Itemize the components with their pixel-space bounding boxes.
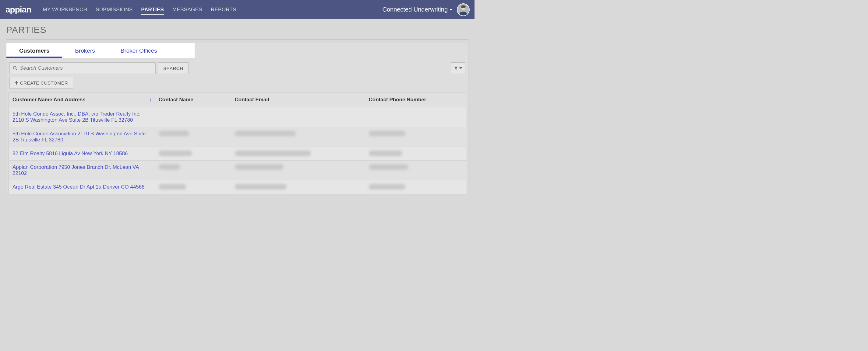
caret-down-icon — [459, 67, 462, 69]
redacted: x — [369, 164, 408, 170]
cell-contact: x — [155, 127, 231, 147]
tabs: Customers Brokers Broker Offices — [6, 43, 195, 58]
create-row: CREATE CUSTOMER — [6, 76, 468, 92]
cell-contact: x — [155, 147, 231, 161]
svg-line-4 — [16, 69, 17, 70]
logo: appian — [5, 5, 31, 14]
customer-link[interactable]: 82 Elm Realty 5816 Ligula Av New York NY… — [12, 150, 128, 156]
redacted: x — [369, 150, 402, 156]
table-row: Argo Real Estate 345 Ocean Dr Apt 1a Den… — [9, 180, 466, 194]
redacted: x — [235, 131, 296, 136]
customer-link[interactable]: Appian Corporation 7950 Jones Branch Dr,… — [12, 164, 139, 176]
cell-email: x — [231, 180, 365, 194]
nav-parties[interactable]: PARTIES — [141, 5, 164, 14]
redacted: x — [159, 164, 180, 170]
col-contact-name[interactable]: Contact Name — [155, 93, 231, 107]
search-input[interactable] — [20, 65, 152, 71]
customers-table: Customer Name And Address ↑ Contact Name… — [8, 92, 466, 194]
cell-email: x — [231, 147, 365, 161]
filter-icon — [454, 66, 458, 70]
table-row: 5th Hole Condo Assoc. Inc., DBA: c/o Tre… — [9, 107, 466, 127]
tab-broker-offices[interactable]: Broker Offices — [108, 43, 170, 58]
create-customer-label: CREATE CUSTOMER — [20, 80, 68, 85]
nav-reports[interactable]: REPORTS — [211, 5, 236, 14]
cell-email — [231, 107, 365, 127]
customer-link[interactable]: Argo Real Estate 345 Ocean Dr Apt 1a Den… — [12, 184, 145, 190]
svg-point-3 — [13, 66, 16, 69]
tabs-spacer — [195, 43, 468, 58]
col-customer-name-label: Customer Name And Address — [12, 97, 86, 103]
redacted: x — [159, 131, 189, 136]
cell-phone — [365, 107, 466, 127]
create-customer-button[interactable]: CREATE CUSTOMER — [9, 77, 73, 89]
divider — [6, 39, 468, 40]
col-contact-phone[interactable]: Contact Phone Number — [365, 93, 466, 107]
redacted: x — [369, 131, 405, 136]
cell-contact: x — [155, 161, 231, 180]
svg-point-2 — [461, 5, 466, 8]
tab-customers[interactable]: Customers — [6, 43, 62, 58]
toolbar: SEARCH — [6, 58, 468, 76]
cell-phone: x — [365, 161, 466, 180]
search-box — [9, 62, 156, 74]
panel: Customers Brokers Broker Offices SEARCH — [6, 43, 468, 195]
cell-contact — [155, 107, 231, 127]
search-icon — [13, 66, 18, 71]
cell-phone: x — [365, 180, 466, 194]
redacted: x — [235, 150, 311, 156]
customer-link[interactable]: 5th Hole Condo Assoc. Inc., DBA: c/o Tre… — [12, 111, 141, 123]
redacted: x — [369, 184, 405, 189]
filter-button[interactable] — [451, 62, 465, 74]
customer-link[interactable]: 5th Hole Condo Association 2110 S Washin… — [12, 131, 146, 143]
primary-nav: MY WORKBENCH SUBMISSIONS PARTIES MESSAGE… — [43, 5, 382, 14]
nav-submissions[interactable]: SUBMISSIONS — [96, 5, 132, 14]
nav-messages[interactable]: MESSAGES — [173, 5, 202, 14]
search-button[interactable]: SEARCH — [158, 62, 188, 74]
table-row: 82 Elm Realty 5816 Ligula Av New York NY… — [9, 147, 466, 161]
top-bar: appian MY WORKBENCH SUBMISSIONS PARTIES … — [0, 0, 474, 19]
page-title: PARTIES — [6, 25, 468, 35]
sort-asc-icon: ↑ — [150, 97, 152, 103]
plus-icon — [14, 81, 18, 84]
cell-phone: x — [365, 147, 466, 161]
cell-email: x — [231, 161, 365, 180]
app-title-label: Connected Underwriting — [382, 6, 448, 13]
right-nav: Connected Underwriting — [382, 3, 470, 16]
app-switcher[interactable]: Connected Underwriting — [382, 6, 453, 13]
tab-brokers[interactable]: Brokers — [62, 43, 107, 58]
redacted: x — [159, 184, 186, 189]
page-body: PARTIES Customers Brokers Broker Offices… — [0, 19, 474, 195]
tabs-row: Customers Brokers Broker Offices — [6, 43, 468, 58]
table-row: 5th Hole Condo Association 2110 S Washin… — [9, 127, 466, 147]
avatar-icon — [458, 4, 469, 15]
table-body: 5th Hole Condo Assoc. Inc., DBA: c/o Tre… — [9, 107, 466, 194]
redacted: x — [159, 150, 192, 156]
table-header-row: Customer Name And Address ↑ Contact Name… — [9, 93, 466, 107]
table-row: Appian Corporation 7950 Jones Branch Dr,… — [9, 161, 466, 180]
col-customer-name[interactable]: Customer Name And Address ↑ — [9, 93, 155, 107]
cell-contact: x — [155, 180, 231, 194]
cell-phone: x — [365, 127, 466, 147]
caret-down-icon — [450, 9, 453, 11]
redacted: x — [235, 164, 283, 170]
nav-my-workbench[interactable]: MY WORKBENCH — [43, 5, 87, 14]
cell-email: x — [231, 127, 365, 147]
user-avatar[interactable] — [457, 3, 470, 16]
col-contact-email[interactable]: Contact Email — [231, 93, 365, 107]
redacted: x — [235, 184, 287, 189]
